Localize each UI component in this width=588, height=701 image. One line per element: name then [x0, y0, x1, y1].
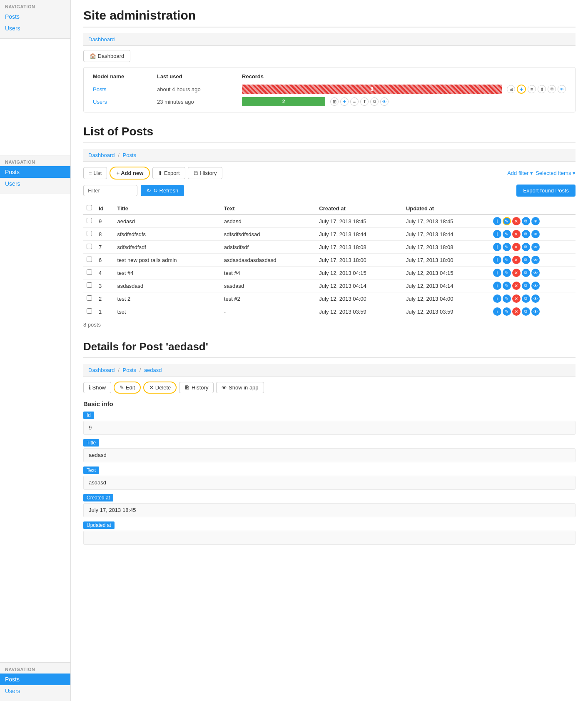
- row-checkbox-8[interactable]: [87, 231, 92, 236]
- sidebar-1: NAVIGATION Posts Users: [0, 0, 70, 39]
- breadcrumb-posts-link[interactable]: Posts: [122, 152, 136, 158]
- refresh-button[interactable]: ↻ ↻ Refresh: [141, 185, 184, 196]
- add-plus-icon[interactable]: +: [517, 85, 526, 94]
- export-found-button[interactable]: Export found Posts: [516, 185, 576, 197]
- view-icon-4[interactable]: 👁: [531, 269, 540, 277]
- sidebar-item-users-3[interactable]: Users: [0, 685, 70, 697]
- breadcrumb-detail-current[interactable]: aedasd: [144, 367, 162, 373]
- copy-icon-1[interactable]: ⧉: [522, 307, 530, 316]
- model-users-link[interactable]: Users: [93, 99, 107, 105]
- info-icon-9[interactable]: i: [493, 217, 501, 225]
- show-in-app-button[interactable]: 👁 Show in app: [216, 382, 264, 393]
- row-checkbox-1[interactable]: [87, 308, 92, 314]
- breadcrumb-dashboard: Dashboard: [83, 33, 576, 46]
- row-checkbox-9[interactable]: [87, 218, 92, 223]
- info-icon-6[interactable]: i: [493, 256, 501, 264]
- delete-icon-1[interactable]: ✕: [512, 307, 521, 316]
- add-filter-button[interactable]: Add filter ▾: [507, 170, 533, 176]
- copy-icon-8[interactable]: ⧉: [522, 230, 530, 238]
- col-updated-at: Updated at: [403, 202, 490, 215]
- show-button[interactable]: ℹ Show: [83, 382, 111, 393]
- sidebar-item-users-1[interactable]: Users: [0, 22, 70, 34]
- sidebar-3: NAVIGATION Posts Users: [0, 663, 70, 701]
- row-checkbox-3[interactable]: [87, 282, 92, 288]
- grid-icon[interactable]: ⊞: [507, 85, 515, 93]
- view-icon-8[interactable]: 👁: [531, 230, 540, 238]
- edit-icon-8[interactable]: ✎: [503, 230, 511, 238]
- edit-icon-2[interactable]: ✎: [503, 294, 511, 303]
- copy-icon-row-users[interactable]: ⧉: [370, 97, 379, 106]
- info-icon-1[interactable]: i: [493, 307, 501, 316]
- copy-icon-6[interactable]: ⧉: [522, 256, 530, 264]
- sidebar-2: NAVIGATION Posts Users: [0, 155, 70, 194]
- edit-icon-6[interactable]: ✎: [503, 256, 511, 264]
- delete-icon-4[interactable]: ✕: [512, 269, 521, 277]
- dashboard-tab[interactable]: 🏠 Dashboard: [83, 50, 130, 62]
- info-icon-4[interactable]: i: [493, 269, 501, 277]
- copy-icon-9[interactable]: ⧉: [522, 217, 530, 225]
- copy-icon-row[interactable]: ⧉: [548, 85, 556, 93]
- list-icon-row[interactable]: ≡: [528, 85, 536, 93]
- row-checkbox-2[interactable]: [87, 295, 92, 301]
- sidebar-item-users-2[interactable]: Users: [0, 178, 70, 190]
- detail-history-button[interactable]: 🖹 History: [179, 382, 214, 393]
- view-icon-2[interactable]: 👁: [531, 294, 540, 303]
- grid-icon-users[interactable]: ⊞: [330, 97, 339, 106]
- field-title-label: Title: [83, 439, 99, 447]
- delete-icon-9[interactable]: ✕: [512, 217, 521, 225]
- list-view-button[interactable]: ≡ List: [83, 167, 107, 179]
- breadcrumb-detail-posts[interactable]: Posts: [122, 367, 136, 373]
- copy-icon-4[interactable]: ⧉: [522, 269, 530, 277]
- delete-icon-8[interactable]: ✕: [512, 230, 521, 238]
- edit-button[interactable]: ✎ Edit: [114, 382, 141, 394]
- breadcrumb-home-link[interactable]: Dashboard: [88, 152, 115, 158]
- info-icon-3[interactable]: i: [493, 282, 501, 290]
- info-icon-7[interactable]: i: [493, 243, 501, 251]
- export-icon-row-users[interactable]: ⬆: [360, 97, 369, 106]
- view-icon-1[interactable]: 👁: [531, 307, 540, 316]
- history-button[interactable]: 🖹 History: [188, 167, 222, 179]
- selected-items-button[interactable]: Selected items ▾: [536, 170, 576, 176]
- basic-info-title: Basic info: [83, 400, 576, 407]
- refresh-label: ↻ Refresh: [153, 187, 178, 194]
- sidebar-item-posts-3[interactable]: Posts: [0, 674, 70, 685]
- view-icon-3[interactable]: 👁: [531, 282, 540, 290]
- view-icon-6[interactable]: 👁: [531, 256, 540, 264]
- breadcrumb-sep: /: [118, 152, 120, 158]
- delete-icon-2[interactable]: ✕: [512, 294, 521, 303]
- copy-icon-3[interactable]: ⧉: [522, 282, 530, 290]
- export-button[interactable]: ⬆ Export: [152, 167, 185, 179]
- row-checkbox-6[interactable]: [87, 257, 92, 262]
- info-icon-2[interactable]: i: [493, 294, 501, 303]
- sidebar-item-posts-1[interactable]: Posts: [0, 11, 70, 22]
- info-icon-8[interactable]: i: [493, 230, 501, 238]
- view-icon-7[interactable]: 👁: [531, 243, 540, 251]
- row-checkbox-4[interactable]: [87, 269, 92, 275]
- delete-button[interactable]: ✕ Delete: [143, 382, 177, 394]
- list-icon-row-users[interactable]: ≡: [350, 97, 359, 106]
- model-posts-link[interactable]: Posts: [93, 86, 107, 92]
- delete-icon-7[interactable]: ✕: [512, 243, 521, 251]
- edit-icon-4[interactable]: ✎: [503, 269, 511, 277]
- filter-input[interactable]: [83, 185, 137, 196]
- row-checkbox-7[interactable]: [87, 244, 92, 249]
- edit-icon-9[interactable]: ✎: [503, 217, 511, 225]
- view-icon-row-users[interactable]: 👁: [380, 97, 389, 106]
- edit-icon-3[interactable]: ✎: [503, 282, 511, 290]
- view-icon-9[interactable]: 👁: [531, 217, 540, 225]
- view-icon-row[interactable]: 👁: [558, 85, 566, 93]
- copy-icon-2[interactable]: ⧉: [522, 294, 530, 303]
- edit-icon-1[interactable]: ✎: [503, 307, 511, 316]
- breadcrumb-detail-home[interactable]: Dashboard: [88, 367, 115, 373]
- edit-icon-7[interactable]: ✎: [503, 243, 511, 251]
- sidebar-item-posts-2[interactable]: Posts: [0, 166, 70, 178]
- select-all-checkbox[interactable]: [87, 205, 92, 210]
- add-new-button[interactable]: + Add new: [110, 167, 150, 180]
- delete-icon-6[interactable]: ✕: [512, 256, 521, 264]
- export-icon-row[interactable]: ⬆: [538, 85, 546, 93]
- breadcrumb-dashboard-link[interactable]: Dashboard: [88, 36, 115, 42]
- add-plus-icon-users[interactable]: +: [340, 97, 349, 106]
- copy-icon-7[interactable]: ⧉: [522, 243, 530, 251]
- delete-icon-3[interactable]: ✕: [512, 282, 521, 290]
- breadcrumb-sep1: /: [118, 367, 120, 373]
